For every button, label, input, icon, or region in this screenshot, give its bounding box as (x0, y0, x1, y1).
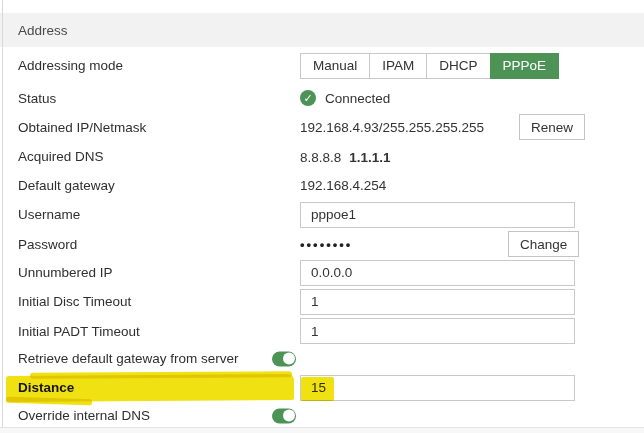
next-section-edge (0, 427, 644, 433)
row-status: Status ✓ Connected (0, 84, 644, 112)
row-default-gateway: Default gateway 192.168.4.254 (0, 171, 644, 199)
renew-button[interactable]: Renew (519, 114, 585, 140)
addressing-mode-option-manual[interactable]: Manual (300, 53, 370, 79)
unnumbered-ip-input[interactable] (300, 260, 575, 286)
acquired-dns-label: Acquired DNS (18, 149, 104, 164)
unnumbered-ip-label: Unnumbered IP (18, 265, 113, 280)
interface-address-panel: Address Addressing mode Manual IPAM DHCP… (0, 0, 644, 433)
address-form: Addressing mode Manual IPAM DHCP PPPoE S… (0, 47, 644, 427)
connected-check-icon: ✓ (300, 90, 316, 106)
password-masked-value: •••••••• (300, 237, 352, 252)
row-unnumbered-ip: Unnumbered IP (0, 258, 644, 287)
username-input[interactable] (300, 202, 575, 228)
obtained-ip-label: Obtained IP/Netmask (18, 120, 146, 135)
distance-highlight-annotation (30, 371, 292, 378)
initial-padt-timeout-label: Initial PADT Timeout (18, 324, 140, 339)
password-label: Password (18, 237, 77, 252)
initial-padt-timeout-input[interactable] (300, 318, 575, 344)
status-value-wrap: ✓ Connected (300, 90, 390, 106)
override-internal-dns-toggle[interactable] (272, 408, 296, 423)
row-initial-disc-timeout: Initial Disc Timeout (0, 287, 644, 316)
initial-disc-timeout-input[interactable] (300, 289, 575, 315)
initial-disc-timeout-label: Initial Disc Timeout (18, 294, 131, 309)
status-label: Status (18, 91, 56, 106)
retrieve-default-gateway-label: Retrieve default gateway from server (18, 351, 239, 366)
addressing-mode-option-pppoe[interactable]: PPPoE (490, 53, 560, 79)
addressing-mode-option-dhcp[interactable]: DHCP (426, 53, 490, 79)
row-distance: Distance (0, 371, 644, 404)
retrieve-default-gateway-toggle[interactable] (272, 351, 296, 366)
dns-secondary-value: 1.1.1.1 (349, 149, 390, 164)
section-title: Address (18, 23, 68, 38)
acquired-dns-values: 8.8.8.81.1.1.1 (300, 149, 391, 164)
addressing-mode-option-ipam[interactable]: IPAM (369, 53, 427, 79)
username-label: Username (18, 207, 80, 222)
row-username: Username (0, 199, 644, 230)
addressing-mode-label: Addressing mode (18, 58, 123, 73)
override-internal-dns-label: Override internal DNS (18, 408, 150, 423)
dns-primary-value: 8.8.8.8 (300, 149, 341, 164)
obtained-ip-value: 192.168.4.93/255.255.255.255 (300, 120, 484, 135)
row-obtained-ip: Obtained IP/Netmask 192.168.4.93/255.255… (0, 112, 644, 142)
default-gateway-label: Default gateway (18, 178, 115, 193)
default-gateway-value: 192.168.4.254 (300, 178, 386, 193)
toggle-knob (283, 353, 295, 365)
row-override-internal-dns: Override internal DNS (0, 404, 644, 427)
section-header-address: Address (0, 13, 644, 47)
status-value: Connected (325, 91, 390, 106)
row-password: Password •••••••• Change (0, 230, 644, 258)
row-addressing-mode: Addressing mode Manual IPAM DHCP PPPoE (0, 47, 644, 84)
row-retrieve-default-gateway: Retrieve default gateway from server (0, 346, 644, 371)
change-password-button[interactable]: Change (508, 231, 579, 257)
toggle-knob (283, 410, 295, 422)
addressing-mode-segmented-control: Manual IPAM DHCP PPPoE (300, 53, 559, 79)
distance-input[interactable] (300, 375, 575, 401)
row-initial-padt-timeout: Initial PADT Timeout (0, 316, 644, 346)
row-acquired-dns: Acquired DNS 8.8.8.81.1.1.1 (0, 142, 644, 171)
top-spacer (0, 0, 644, 13)
distance-label: Distance (18, 380, 74, 395)
